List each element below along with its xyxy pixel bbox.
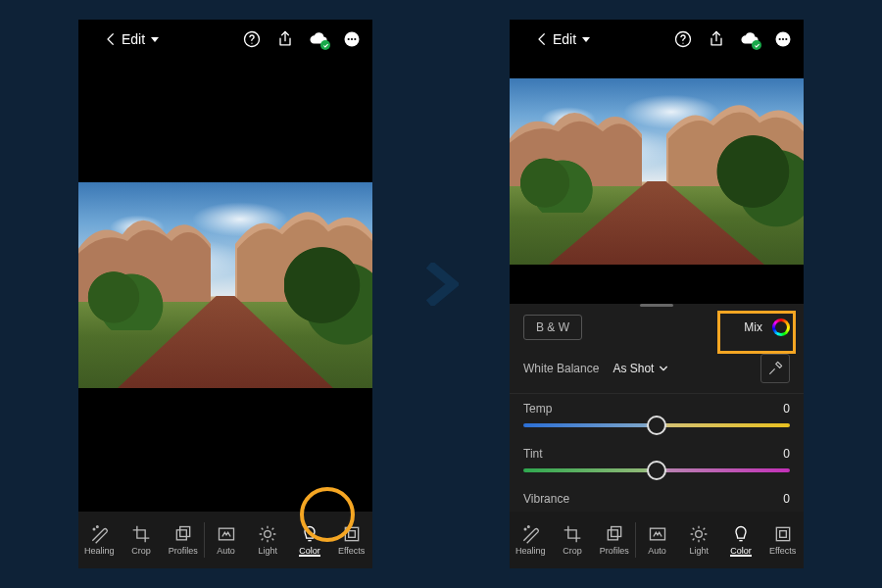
- tool-color[interactable]: Color: [289, 524, 331, 556]
- slider-tint[interactable]: Tint 0: [510, 439, 804, 484]
- tool-profiles[interactable]: Profiles: [162, 524, 204, 556]
- edit-menu[interactable]: Edit: [553, 31, 590, 47]
- tool-label: Crop: [131, 546, 151, 556]
- top-bar: Edit: [78, 20, 372, 59]
- edit-menu[interactable]: Edit: [122, 31, 159, 47]
- tool-label: Light: [258, 546, 277, 556]
- white-balance-label: White Balance: [523, 362, 599, 375]
- slider-track[interactable]: [523, 468, 790, 472]
- slider-thumb[interactable]: [647, 416, 666, 435]
- svg-rect-27: [779, 531, 786, 538]
- svg-rect-12: [345, 527, 358, 540]
- white-balance-value: As Shot: [612, 362, 654, 375]
- more-icon[interactable]: [772, 28, 794, 50]
- photo-preview: [78, 182, 372, 388]
- svg-point-5: [354, 38, 356, 40]
- svg-rect-26: [776, 527, 789, 540]
- share-icon[interactable]: [706, 28, 727, 50]
- svg-point-17: [779, 38, 781, 40]
- bw-label: B & W: [536, 320, 569, 334]
- edit-title: Edit: [122, 31, 145, 47]
- caret-down-icon: [151, 37, 159, 42]
- color-panel: B & W Mix White Balance As Shot: [510, 304, 804, 512]
- image-canvas[interactable]: [510, 59, 804, 304]
- slider-temp[interactable]: Temp 0: [510, 394, 804, 439]
- tool-label: Effects: [338, 546, 365, 556]
- help-icon[interactable]: [672, 28, 694, 50]
- svg-point-15: [682, 43, 683, 44]
- svg-point-20: [525, 528, 527, 530]
- tool-label: Color: [299, 546, 320, 556]
- tool-label: Auto: [648, 546, 666, 556]
- slider-thumb[interactable]: [647, 461, 666, 480]
- svg-point-7: [97, 526, 99, 528]
- tool-crop[interactable]: Crop: [552, 524, 594, 556]
- image-canvas[interactable]: [78, 59, 372, 512]
- svg-point-25: [696, 531, 703, 538]
- svg-point-3: [348, 38, 350, 40]
- tool-healing[interactable]: Healing: [78, 524, 121, 556]
- cloud-sync-icon[interactable]: [308, 28, 329, 50]
- back-chevron-icon[interactable]: [100, 28, 122, 50]
- slider-label: Temp: [523, 402, 552, 416]
- edit-title: Edit: [553, 31, 576, 47]
- svg-rect-23: [611, 527, 620, 537]
- back-chevron-icon[interactable]: [531, 28, 553, 50]
- tool-profiles[interactable]: Profiles: [593, 524, 635, 556]
- bottom-toolbar: Healing Crop Profiles Auto Light Color: [78, 512, 372, 568]
- highlight-box-mix: [717, 311, 796, 354]
- svg-rect-9: [179, 527, 189, 537]
- slider-label: Vibrance: [523, 492, 569, 506]
- eyedropper-icon: [767, 361, 783, 376]
- svg-point-4: [351, 38, 353, 40]
- tool-label: Light: [689, 546, 709, 556]
- tool-auto[interactable]: Auto: [205, 524, 247, 556]
- slider-label: Tint: [523, 447, 543, 461]
- help-icon[interactable]: [241, 28, 263, 50]
- slider-value: 0: [783, 447, 790, 461]
- tool-label: Healing: [84, 546, 115, 556]
- tool-color[interactable]: Color: [720, 524, 762, 556]
- slider-value: 0: [783, 492, 790, 506]
- tool-label: Profiles: [169, 546, 198, 556]
- slider-track[interactable]: [523, 423, 790, 427]
- mix-button[interactable]: Mix: [744, 318, 790, 336]
- svg-rect-8: [176, 530, 186, 540]
- top-bar: Edit: [510, 20, 804, 59]
- photo-preview: [510, 78, 804, 265]
- svg-point-1: [251, 43, 252, 44]
- more-icon[interactable]: [341, 28, 363, 50]
- tool-label: Crop: [563, 546, 582, 556]
- svg-point-6: [94, 528, 96, 530]
- share-icon[interactable]: [274, 28, 296, 50]
- tool-effects[interactable]: Effects: [761, 524, 804, 556]
- svg-rect-13: [348, 531, 355, 538]
- tool-label: Auto: [217, 546, 235, 556]
- tool-crop[interactable]: Crop: [121, 524, 163, 556]
- bottom-toolbar: Healing Crop Profiles Auto Light Color: [510, 512, 804, 568]
- phone-screen-before: Edit: [78, 20, 372, 568]
- svg-point-21: [528, 526, 530, 528]
- white-balance-dropdown[interactable]: As Shot: [612, 362, 668, 375]
- tool-label: Healing: [515, 546, 546, 556]
- tool-label: Profiles: [600, 546, 629, 556]
- tool-light[interactable]: Light: [247, 524, 289, 556]
- svg-point-18: [782, 38, 784, 40]
- caret-down-icon: [582, 37, 590, 42]
- bw-toggle-button[interactable]: B & W: [523, 315, 582, 340]
- tool-effects[interactable]: Effects: [330, 524, 372, 556]
- phone-screen-after: Edit: [510, 20, 804, 568]
- cloud-sync-icon[interactable]: [739, 28, 760, 50]
- svg-point-19: [785, 38, 787, 40]
- tool-label: Effects: [769, 546, 796, 556]
- svg-rect-22: [608, 530, 617, 540]
- tool-healing[interactable]: Healing: [510, 524, 552, 556]
- slider-vibrance[interactable]: Vibrance 0: [510, 484, 804, 512]
- slider-value: 0: [783, 402, 790, 416]
- tool-light[interactable]: Light: [678, 524, 720, 556]
- chevron-down-icon: [659, 364, 668, 373]
- svg-point-11: [265, 531, 271, 538]
- eyedropper-button[interactable]: [760, 354, 790, 383]
- tool-auto[interactable]: Auto: [636, 524, 678, 556]
- step-arrow-icon: [423, 263, 459, 306]
